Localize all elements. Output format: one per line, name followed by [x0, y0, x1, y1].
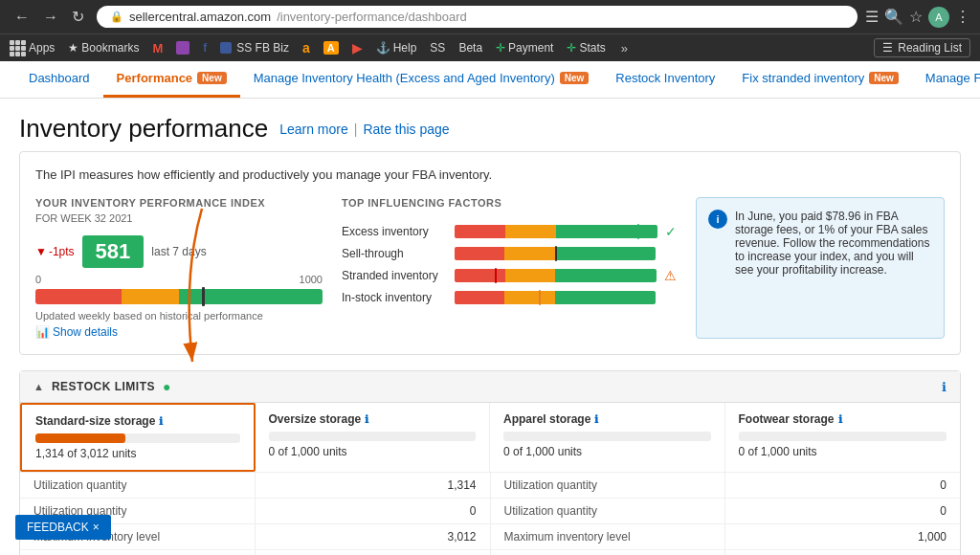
extensions-icon[interactable]: ☰ [865, 8, 879, 26]
search-icon[interactable]: 🔍 [884, 8, 903, 26]
ipi-description: The IPI measures how efficiently and pro… [35, 167, 945, 182]
reading-list-icon: ☰ [882, 41, 893, 55]
apparel-info-icon[interactable]: ℹ [594, 413, 598, 426]
storage-apparel-title: Apparel storage ℹ [503, 412, 711, 426]
storage-oversize-title: Oversize storage ℹ [269, 412, 477, 426]
storage-grid: Standard-size storage ℹ 1,314 of 3,012 u… [20, 403, 960, 473]
page-title-links: Learn more | Rate this page [279, 122, 450, 137]
ipi-week-label: FOR WEEK 32 2021 [35, 212, 323, 224]
bookmark-gmail[interactable]: M [152, 41, 163, 56]
bookmark-ss-fb-biz[interactable]: SS FB Biz [220, 41, 289, 55]
gauge-max-label: 1000 [300, 274, 323, 285]
learn-more-link[interactable]: Learn more [279, 122, 348, 137]
footwear-bar-container [739, 432, 947, 441]
down-arrow-icon: ▼ [35, 245, 47, 258]
table-row-max-inventory: Maximum inventory level 3,012 Maximum in… [20, 524, 960, 550]
factor-instock-inventory: In-stock inventory [342, 291, 677, 304]
ipi-score-section: YOUR INVENTORY PERFORMANCE INDEX FOR WEE… [35, 197, 323, 339]
profile-icon[interactable]: A [928, 7, 949, 28]
more-menu-icon[interactable]: ⋮ [955, 8, 970, 26]
nav-tabs: Dashboard Performance New Manage Invento… [0, 61, 980, 99]
restock-header: ▲ RESTOCK LIMITS ● ℹ [20, 371, 960, 403]
bookmark-ss[interactable]: SS [430, 41, 445, 55]
bookmarks-more[interactable]: » [621, 41, 628, 56]
manage-inventory-new-badge: New [560, 72, 590, 84]
bookmark-facebook[interactable]: f [203, 41, 207, 55]
tab-manage-fba-returns[interactable]: Manage FBA returns New [912, 61, 980, 98]
tab-manage-inventory-health[interactable]: Manage Inventory Health (Excess and Aged… [240, 61, 603, 98]
show-details-link[interactable]: 📊 Show details [35, 325, 323, 339]
feedback-close-icon[interactable]: × [93, 521, 100, 534]
util-val-oversize: 0 [725, 473, 961, 499]
factor-sell-through: Sell-through [342, 247, 677, 260]
tab-restock-inventory[interactable]: Restock Inventory [602, 61, 728, 98]
tab-dashboard[interactable]: Dashboard [15, 61, 103, 98]
factor-marker-excess [637, 224, 639, 239]
max-inv-label-footwear: Maximum inventory level [490, 550, 725, 556]
bookmark-youtube[interactable]: ▶ [352, 40, 363, 56]
link-separator: | [354, 122, 358, 137]
standard-info-icon[interactable]: ℹ [159, 415, 163, 428]
table-row-utilization: Utilization quantity 1,314 Utilization q… [20, 473, 960, 499]
util-val-apparel: 0 [256, 499, 491, 524]
table-row-max-inventory-2: Maximum inventory level 1,000 Maximum in… [20, 550, 960, 556]
footwear-info-icon[interactable]: ℹ [838, 413, 842, 426]
back-button[interactable]: ← [10, 6, 34, 28]
reading-list-label: Reading List [898, 41, 962, 55]
standard-bar-fill [35, 433, 125, 443]
bookmark-payment[interactable]: ✛ Payment [496, 41, 553, 55]
factor-excess-inventory: Excess inventory ✓ [342, 224, 677, 239]
tab-performance[interactable]: Performance New [103, 61, 240, 98]
ipi-index-label: YOUR INVENTORY PERFORMANCE INDEX [35, 197, 323, 209]
ipi-content: YOUR INVENTORY PERFORMANCE INDEX FOR WEE… [35, 197, 945, 339]
max-inv-val-oversize: 1,000 [725, 524, 961, 550]
restock-info-icon[interactable]: ℹ [942, 380, 947, 394]
util-label-footwear: Utilization quantity [490, 499, 725, 524]
oversize-units: 0 of 1,000 units [269, 445, 477, 458]
rate-page-link[interactable]: Rate this page [363, 122, 449, 137]
restock-limits-label: RESTOCK LIMITS [52, 380, 155, 393]
bookmark-apps[interactable]: Apps [10, 40, 55, 56]
bookmark-purple[interactable] [176, 41, 189, 55]
advisory-info-icon: i [708, 210, 727, 229]
util-val-footwear: 0 [725, 499, 961, 524]
factor-bar-stranded [455, 269, 657, 282]
apps-label: Apps [29, 41, 55, 55]
gauge-range-labels: 0 1000 [35, 274, 323, 285]
apparel-bar-container [503, 432, 711, 441]
bookmark-beta[interactable]: Beta [458, 41, 482, 55]
score-note: Updated weekly based on historical perfo… [35, 310, 323, 322]
ipi-factors-section: TOP INFLUENCING FACTORS Excess inventory… [342, 197, 677, 339]
checkmark-icon: ✓ [665, 224, 677, 239]
oversize-info-icon[interactable]: ℹ [365, 413, 368, 426]
bookmark-amazon2[interactable]: A [323, 41, 339, 55]
warning-icon: ⚠ [664, 268, 677, 283]
storage-col-apparel: Apparel storage ℹ 0 of 1,000 units [490, 403, 725, 472]
bookmarks-bar: Apps ★ Bookmarks M f SS FB Biz a A ▶ ⚓ H… [0, 33, 980, 61]
bookmark-help[interactable]: ⚓ Help [376, 41, 417, 55]
browser-toolbar-icons: ☰ 🔍 ☆ A ⋮ [865, 7, 970, 28]
ipi-card: The IPI measures how efficiently and pro… [19, 151, 961, 355]
restock-collapse-icon[interactable]: ▲ [33, 381, 44, 392]
bookmark-icon[interactable]: ☆ [909, 8, 923, 26]
util-val-standard: 1,314 [256, 473, 491, 499]
max-inv-val-apparel: 1,000 [256, 550, 491, 556]
performance-new-badge: New [197, 72, 227, 84]
bookmark-amazon[interactable]: a [302, 40, 310, 56]
main-content: Dashboard Performance New Manage Invento… [0, 61, 980, 555]
storage-col-footwear: Footwear storage ℹ 0 of 1,000 units [725, 403, 961, 472]
forward-button[interactable]: → [38, 6, 63, 28]
gauge-min-label: 0 [35, 274, 41, 285]
address-bar[interactable]: 🔒 sellercentral.amazon.com/inventory-per… [97, 6, 858, 28]
feedback-button[interactable]: FEEDBACK × [15, 515, 111, 540]
bookmark-bookmarks[interactable]: ★ Bookmarks [68, 41, 139, 55]
ipi-advisory: i In June, you paid $78.96 in FBA storag… [696, 197, 945, 339]
factor-stranded-inventory: Stranded inventory ⚠ [342, 268, 677, 283]
tab-fix-stranded[interactable]: Fix stranded inventory New [728, 61, 911, 98]
score-period: last 7 days [151, 245, 206, 258]
factor-marker-instock [539, 290, 541, 305]
max-inv-val-footwear: 1,000 [725, 550, 961, 556]
bookmark-stats[interactable]: ✛ Stats [567, 41, 605, 55]
refresh-button[interactable]: ↻ [67, 6, 89, 28]
reading-list-button[interactable]: ☰ Reading List [874, 38, 970, 57]
